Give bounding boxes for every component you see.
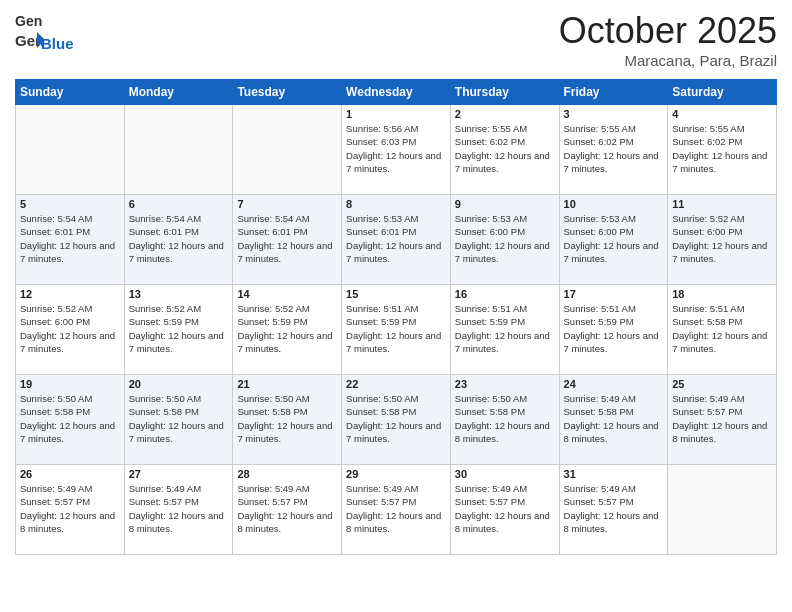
- sunrise-text: Sunrise: 5:50 AM: [237, 392, 337, 405]
- sunrise-text: Sunrise: 5:49 AM: [129, 482, 229, 495]
- sunrise-text: Sunrise: 5:49 AM: [20, 482, 120, 495]
- daylight-text: Daylight: 12 hours and 7 minutes.: [672, 239, 772, 266]
- day-number: 23: [455, 378, 555, 390]
- day-number: 8: [346, 198, 446, 210]
- calendar-cell: 8Sunrise: 5:53 AMSunset: 6:01 PMDaylight…: [342, 195, 451, 285]
- day-info: Sunrise: 5:50 AMSunset: 5:58 PMDaylight:…: [237, 392, 337, 445]
- logo-mark: General: [15, 10, 74, 32]
- daylight-text: Daylight: 12 hours and 7 minutes.: [20, 419, 120, 446]
- day-number: 5: [20, 198, 120, 210]
- day-info: Sunrise: 5:49 AMSunset: 5:57 PMDaylight:…: [346, 482, 446, 535]
- day-number: 15: [346, 288, 446, 300]
- day-info: Sunrise: 5:51 AMSunset: 5:59 PMDaylight:…: [564, 302, 664, 355]
- sunset-text: Sunset: 6:00 PM: [455, 225, 555, 238]
- sunrise-text: Sunrise: 5:51 AM: [672, 302, 772, 315]
- daylight-text: Daylight: 12 hours and 7 minutes.: [455, 149, 555, 176]
- calendar-cell: [124, 105, 233, 195]
- day-number: 3: [564, 108, 664, 120]
- day-number: 6: [129, 198, 229, 210]
- day-number: 17: [564, 288, 664, 300]
- day-number: 27: [129, 468, 229, 480]
- sunset-text: Sunset: 5:57 PM: [455, 495, 555, 508]
- calendar-cell: [233, 105, 342, 195]
- sunrise-text: Sunrise: 5:52 AM: [237, 302, 337, 315]
- daylight-text: Daylight: 12 hours and 8 minutes.: [455, 509, 555, 536]
- daylight-text: Daylight: 12 hours and 7 minutes.: [455, 329, 555, 356]
- day-number: 24: [564, 378, 664, 390]
- sunset-text: Sunset: 6:02 PM: [564, 135, 664, 148]
- weekday-header-sunday: Sunday: [16, 80, 125, 105]
- sunrise-text: Sunrise: 5:55 AM: [672, 122, 772, 135]
- calendar-cell: 3Sunrise: 5:55 AMSunset: 6:02 PMDaylight…: [559, 105, 668, 195]
- day-info: Sunrise: 5:56 AMSunset: 6:03 PMDaylight:…: [346, 122, 446, 175]
- calendar-cell: 29Sunrise: 5:49 AMSunset: 5:57 PMDayligh…: [342, 465, 451, 555]
- calendar-week-row: 19Sunrise: 5:50 AMSunset: 5:58 PMDayligh…: [16, 375, 777, 465]
- weekday-header-wednesday: Wednesday: [342, 80, 451, 105]
- calendar-week-row: 1Sunrise: 5:56 AMSunset: 6:03 PMDaylight…: [16, 105, 777, 195]
- page-header: General Gen Blue October 2025 Maracana, …: [15, 10, 777, 69]
- day-info: Sunrise: 5:50 AMSunset: 5:58 PMDaylight:…: [129, 392, 229, 445]
- calendar-cell: 31Sunrise: 5:49 AMSunset: 5:57 PMDayligh…: [559, 465, 668, 555]
- day-info: Sunrise: 5:54 AMSunset: 6:01 PMDaylight:…: [237, 212, 337, 265]
- day-number: 12: [20, 288, 120, 300]
- calendar-cell: [668, 465, 777, 555]
- sunrise-text: Sunrise: 5:55 AM: [564, 122, 664, 135]
- daylight-text: Daylight: 12 hours and 7 minutes.: [129, 239, 229, 266]
- daylight-text: Daylight: 12 hours and 7 minutes.: [564, 239, 664, 266]
- daylight-text: Daylight: 12 hours and 8 minutes.: [346, 509, 446, 536]
- day-number: 21: [237, 378, 337, 390]
- sunset-text: Sunset: 5:58 PM: [346, 405, 446, 418]
- calendar-cell: 18Sunrise: 5:51 AMSunset: 5:58 PMDayligh…: [668, 285, 777, 375]
- sunrise-text: Sunrise: 5:54 AM: [237, 212, 337, 225]
- day-number: 16: [455, 288, 555, 300]
- sunset-text: Sunset: 5:59 PM: [455, 315, 555, 328]
- day-number: 30: [455, 468, 555, 480]
- daylight-text: Daylight: 12 hours and 7 minutes.: [20, 239, 120, 266]
- sunset-text: Sunset: 6:01 PM: [346, 225, 446, 238]
- calendar-cell: 11Sunrise: 5:52 AMSunset: 6:00 PMDayligh…: [668, 195, 777, 285]
- daylight-text: Daylight: 12 hours and 7 minutes.: [564, 149, 664, 176]
- day-info: Sunrise: 5:51 AMSunset: 5:58 PMDaylight:…: [672, 302, 772, 355]
- calendar-week-row: 5Sunrise: 5:54 AMSunset: 6:01 PMDaylight…: [16, 195, 777, 285]
- sunset-text: Sunset: 6:01 PM: [129, 225, 229, 238]
- location-subtitle: Maracana, Para, Brazil: [559, 52, 777, 69]
- sunrise-text: Sunrise: 5:49 AM: [346, 482, 446, 495]
- daylight-text: Daylight: 12 hours and 7 minutes.: [129, 419, 229, 446]
- day-number: 4: [672, 108, 772, 120]
- calendar-cell: 16Sunrise: 5:51 AMSunset: 5:59 PMDayligh…: [450, 285, 559, 375]
- day-info: Sunrise: 5:55 AMSunset: 6:02 PMDaylight:…: [455, 122, 555, 175]
- sunrise-text: Sunrise: 5:53 AM: [455, 212, 555, 225]
- day-info: Sunrise: 5:53 AMSunset: 6:00 PMDaylight:…: [455, 212, 555, 265]
- daylight-text: Daylight: 12 hours and 7 minutes.: [237, 239, 337, 266]
- sunset-text: Sunset: 5:58 PM: [237, 405, 337, 418]
- day-info: Sunrise: 5:49 AMSunset: 5:57 PMDaylight:…: [20, 482, 120, 535]
- calendar-cell: 12Sunrise: 5:52 AMSunset: 6:00 PMDayligh…: [16, 285, 125, 375]
- calendar-week-row: 26Sunrise: 5:49 AMSunset: 5:57 PMDayligh…: [16, 465, 777, 555]
- day-info: Sunrise: 5:50 AMSunset: 5:58 PMDaylight:…: [346, 392, 446, 445]
- calendar-cell: 15Sunrise: 5:51 AMSunset: 5:59 PMDayligh…: [342, 285, 451, 375]
- sunrise-text: Sunrise: 5:53 AM: [346, 212, 446, 225]
- sunset-text: Sunset: 6:00 PM: [672, 225, 772, 238]
- daylight-text: Daylight: 12 hours and 7 minutes.: [672, 329, 772, 356]
- daylight-text: Daylight: 12 hours and 7 minutes.: [237, 419, 337, 446]
- calendar-cell: 10Sunrise: 5:53 AMSunset: 6:00 PMDayligh…: [559, 195, 668, 285]
- day-number: 10: [564, 198, 664, 210]
- day-info: Sunrise: 5:53 AMSunset: 6:01 PMDaylight:…: [346, 212, 446, 265]
- sunrise-text: Sunrise: 5:56 AM: [346, 122, 446, 135]
- daylight-text: Daylight: 12 hours and 7 minutes.: [20, 329, 120, 356]
- sunset-text: Sunset: 5:57 PM: [346, 495, 446, 508]
- day-info: Sunrise: 5:52 AMSunset: 5:59 PMDaylight:…: [237, 302, 337, 355]
- svg-text:General: General: [15, 13, 43, 29]
- sunset-text: Sunset: 5:57 PM: [129, 495, 229, 508]
- day-number: 2: [455, 108, 555, 120]
- logo: General Gen Blue: [15, 10, 74, 56]
- day-number: 22: [346, 378, 446, 390]
- daylight-text: Daylight: 12 hours and 8 minutes.: [20, 509, 120, 536]
- sunset-text: Sunset: 6:00 PM: [20, 315, 120, 328]
- day-info: Sunrise: 5:54 AMSunset: 6:01 PMDaylight:…: [20, 212, 120, 265]
- logo-icon: General: [15, 10, 43, 32]
- day-info: Sunrise: 5:50 AMSunset: 5:58 PMDaylight:…: [455, 392, 555, 445]
- calendar-table: SundayMondayTuesdayWednesdayThursdayFrid…: [15, 79, 777, 555]
- daylight-text: Daylight: 12 hours and 7 minutes.: [672, 149, 772, 176]
- calendar-cell: 26Sunrise: 5:49 AMSunset: 5:57 PMDayligh…: [16, 465, 125, 555]
